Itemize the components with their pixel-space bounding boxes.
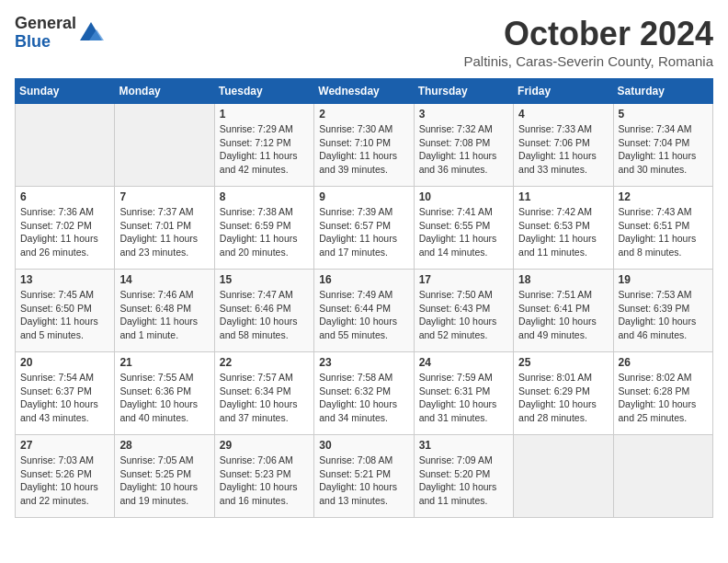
logo-blue-text: Blue — [15, 33, 76, 52]
calendar-cell: 24Sunrise: 7:59 AM Sunset: 6:31 PM Dayli… — [414, 352, 513, 435]
day-info: Sunrise: 7:51 AM Sunset: 6:41 PM Dayligh… — [518, 288, 608, 342]
day-number: 21 — [119, 356, 209, 369]
calendar-cell: 15Sunrise: 7:47 AM Sunset: 6:46 PM Dayli… — [214, 270, 313, 352]
day-number: 6 — [20, 190, 109, 203]
day-number: 25 — [518, 356, 608, 369]
calendar-cell: 16Sunrise: 7:49 AM Sunset: 6:44 PM Dayli… — [314, 270, 414, 352]
calendar-cell: 9Sunrise: 7:39 AM Sunset: 6:57 PM Daylig… — [314, 187, 414, 270]
week-row: 27Sunrise: 7:03 AM Sunset: 5:26 PM Dayli… — [16, 435, 713, 518]
calendar-cell: 21Sunrise: 7:55 AM Sunset: 6:36 PM Dayli… — [115, 352, 214, 435]
day-number: 15 — [220, 273, 309, 286]
week-row: 20Sunrise: 7:54 AM Sunset: 6:37 PM Dayli… — [16, 352, 713, 435]
day-info: Sunrise: 7:57 AM Sunset: 6:34 PM Dayligh… — [220, 371, 309, 425]
calendar-cell: 18Sunrise: 7:51 AM Sunset: 6:41 PM Dayli… — [514, 270, 613, 352]
header-row: SundayMondayTuesdayWednesdayThursdayFrid… — [16, 79, 713, 104]
location-title: Paltinis, Caras-Severin County, Romania — [463, 53, 713, 69]
week-row: 13Sunrise: 7:45 AM Sunset: 6:50 PM Dayli… — [16, 270, 713, 352]
day-number: 22 — [220, 356, 309, 369]
logo: General Blue — [15, 15, 104, 52]
header-day-saturday: Saturday — [613, 79, 712, 104]
header-day-friday: Friday — [514, 79, 613, 104]
day-info: Sunrise: 8:01 AM Sunset: 6:29 PM Dayligh… — [518, 371, 608, 425]
day-info: Sunrise: 7:30 AM Sunset: 7:10 PM Dayligh… — [319, 122, 408, 177]
day-info: Sunrise: 7:43 AM Sunset: 6:51 PM Dayligh… — [619, 205, 708, 259]
day-info: Sunrise: 7:54 AM Sunset: 6:37 PM Dayligh… — [20, 371, 109, 425]
day-number: 13 — [20, 273, 109, 286]
day-info: Sunrise: 7:47 AM Sunset: 6:46 PM Dayligh… — [220, 288, 309, 342]
day-number: 7 — [119, 190, 209, 203]
header-day-tuesday: Tuesday — [214, 79, 313, 104]
day-number: 5 — [619, 108, 708, 121]
day-info: Sunrise: 7:08 AM Sunset: 5:21 PM Dayligh… — [319, 454, 408, 508]
calendar-cell: 20Sunrise: 7:54 AM Sunset: 6:37 PM Dayli… — [16, 352, 115, 435]
day-info: Sunrise: 7:32 AM Sunset: 7:08 PM Dayligh… — [419, 122, 508, 177]
day-number: 12 — [619, 190, 708, 203]
day-info: Sunrise: 7:45 AM Sunset: 6:50 PM Dayligh… — [20, 288, 109, 342]
calendar-cell: 26Sunrise: 8:02 AM Sunset: 6:28 PM Dayli… — [613, 352, 712, 435]
header-day-monday: Monday — [115, 79, 214, 104]
calendar-cell: 1Sunrise: 7:29 AM Sunset: 7:12 PM Daylig… — [214, 104, 313, 187]
day-info: Sunrise: 7:39 AM Sunset: 6:57 PM Dayligh… — [319, 205, 408, 259]
calendar-cell: 29Sunrise: 7:06 AM Sunset: 5:23 PM Dayli… — [214, 435, 313, 518]
day-info: Sunrise: 7:29 AM Sunset: 7:12 PM Dayligh… — [220, 122, 309, 177]
calendar-cell: 27Sunrise: 7:03 AM Sunset: 5:26 PM Dayli… — [16, 435, 115, 518]
day-number: 4 — [518, 108, 608, 121]
day-number: 1 — [220, 108, 309, 121]
day-info: Sunrise: 7:38 AM Sunset: 6:59 PM Dayligh… — [220, 205, 309, 259]
day-info: Sunrise: 7:06 AM Sunset: 5:23 PM Dayligh… — [220, 454, 309, 508]
day-info: Sunrise: 7:34 AM Sunset: 7:04 PM Dayligh… — [619, 122, 708, 177]
calendar-cell: 23Sunrise: 7:58 AM Sunset: 6:32 PM Dayli… — [314, 352, 414, 435]
day-number: 19 — [619, 273, 708, 286]
week-row: 6Sunrise: 7:36 AM Sunset: 7:02 PM Daylig… — [16, 187, 713, 270]
calendar-cell: 6Sunrise: 7:36 AM Sunset: 7:02 PM Daylig… — [16, 187, 115, 270]
day-info: Sunrise: 7:55 AM Sunset: 6:36 PM Dayligh… — [119, 371, 209, 425]
calendar-cell: 3Sunrise: 7:32 AM Sunset: 7:08 PM Daylig… — [414, 104, 513, 187]
day-number: 31 — [419, 439, 508, 452]
day-number: 18 — [518, 273, 608, 286]
day-info: Sunrise: 7:03 AM Sunset: 5:26 PM Dayligh… — [20, 454, 109, 508]
day-number: 10 — [419, 190, 508, 203]
calendar-cell: 19Sunrise: 7:53 AM Sunset: 6:39 PM Dayli… — [613, 270, 712, 352]
day-number: 20 — [20, 356, 109, 369]
day-number: 17 — [419, 273, 508, 286]
page-header: General Blue October 2024 Paltinis, Cara… — [15, 15, 713, 69]
day-info: Sunrise: 7:05 AM Sunset: 5:25 PM Dayligh… — [119, 454, 209, 508]
header-day-thursday: Thursday — [414, 79, 513, 104]
day-info: Sunrise: 7:58 AM Sunset: 6:32 PM Dayligh… — [319, 371, 408, 425]
day-number: 24 — [419, 356, 508, 369]
day-info: Sunrise: 7:36 AM Sunset: 7:02 PM Dayligh… — [20, 205, 109, 259]
day-info: Sunrise: 7:46 AM Sunset: 6:48 PM Dayligh… — [119, 288, 209, 342]
calendar-body: 1Sunrise: 7:29 AM Sunset: 7:12 PM Daylig… — [16, 104, 713, 518]
day-number: 27 — [20, 439, 109, 452]
calendar-cell: 7Sunrise: 7:37 AM Sunset: 7:01 PM Daylig… — [115, 187, 214, 270]
day-number: 14 — [119, 273, 209, 286]
calendar-cell: 11Sunrise: 7:42 AM Sunset: 6:53 PM Dayli… — [514, 187, 613, 270]
header-day-wednesday: Wednesday — [314, 79, 414, 104]
calendar-cell — [613, 435, 712, 518]
calendar-cell: 10Sunrise: 7:41 AM Sunset: 6:55 PM Dayli… — [414, 187, 513, 270]
title-block: October 2024 Paltinis, Caras-Severin Cou… — [463, 15, 713, 69]
day-info: Sunrise: 7:41 AM Sunset: 6:55 PM Dayligh… — [419, 205, 508, 259]
day-number: 9 — [319, 190, 408, 203]
day-info: Sunrise: 7:49 AM Sunset: 6:44 PM Dayligh… — [319, 288, 408, 342]
day-info: Sunrise: 7:33 AM Sunset: 7:06 PM Dayligh… — [518, 122, 608, 177]
calendar-cell: 25Sunrise: 8:01 AM Sunset: 6:29 PM Dayli… — [514, 352, 613, 435]
day-number: 29 — [220, 439, 309, 452]
week-row: 1Sunrise: 7:29 AM Sunset: 7:12 PM Daylig… — [16, 104, 713, 187]
calendar-cell — [514, 435, 613, 518]
day-number: 16 — [319, 273, 408, 286]
day-number: 23 — [319, 356, 408, 369]
day-number: 26 — [619, 356, 708, 369]
calendar-cell: 17Sunrise: 7:50 AM Sunset: 6:43 PM Dayli… — [414, 270, 513, 352]
day-number: 30 — [319, 439, 408, 452]
day-number: 3 — [419, 108, 508, 121]
day-number: 8 — [220, 190, 309, 203]
calendar-cell: 4Sunrise: 7:33 AM Sunset: 7:06 PM Daylig… — [514, 104, 613, 187]
calendar-cell — [115, 104, 214, 187]
day-number: 28 — [119, 439, 209, 452]
calendar-cell: 13Sunrise: 7:45 AM Sunset: 6:50 PM Dayli… — [16, 270, 115, 352]
day-info: Sunrise: 7:09 AM Sunset: 5:20 PM Dayligh… — [419, 454, 508, 508]
day-info: Sunrise: 8:02 AM Sunset: 6:28 PM Dayligh… — [619, 371, 708, 425]
logo-general-text: General — [15, 15, 76, 33]
calendar-table: SundayMondayTuesdayWednesdayThursdayFrid… — [15, 78, 713, 518]
